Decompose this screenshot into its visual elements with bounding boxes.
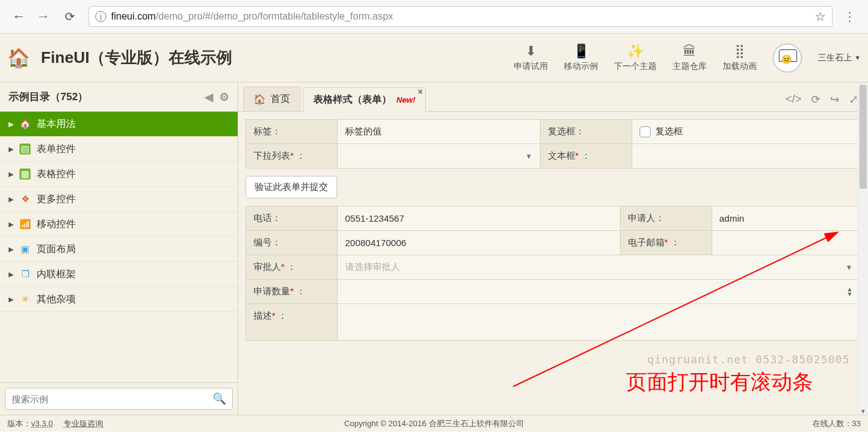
refresh-icon[interactable]: ⟳ (811, 93, 820, 106)
caret-right-icon: ▶ (9, 170, 13, 178)
sidebar: 示例目录（752） ◀ ⚙ ▶🏠基本用法▶▤表单控件▶▦表格控件▶❖更多控件▶📶… (0, 82, 238, 415)
sidebar-item-icon: ❐ (20, 269, 31, 280)
spinner-icon: ⣿ (735, 44, 745, 59)
chevron-down-icon: ▼ (845, 263, 853, 272)
bank-icon: 🏛 (683, 44, 696, 59)
chevron-down-icon: ▼ (525, 152, 533, 161)
caret-right-icon: ▶ (9, 296, 13, 303)
sidebar-item-icon: 🏠 (20, 118, 31, 129)
sidebar-item-2[interactable]: ▶▦表格控件 (0, 162, 238, 187)
checkbox-icon[interactable] (640, 126, 651, 137)
label-dropdown: 下拉列表* ： (246, 144, 338, 169)
spinner-icon[interactable]: ▲▼ (847, 287, 853, 297)
sidebar-item-label: 基本用法 (37, 118, 76, 131)
caret-right-icon: ▶ (9, 245, 13, 253)
footer-bar: 版本：v3.3.0 专业版咨询 Copyright © 2014-2016 合肥… (0, 415, 868, 432)
caret-right-icon: ▶ (9, 120, 13, 128)
submit-button[interactable]: 验证此表单并提交 (246, 176, 337, 198)
value-applicant: admin (712, 206, 860, 231)
sidebar-item-label: 表格控件 (37, 168, 76, 181)
home-small-icon: 🏠 (253, 93, 266, 105)
sidebar-item-4[interactable]: ▶📶移动控件 (0, 212, 238, 237)
sidebar-item-label: 移动控件 (37, 218, 76, 231)
wand-icon: ✨ (627, 44, 644, 59)
tool-mobile-demo[interactable]: 📱移动示例 (564, 44, 598, 72)
consult-link[interactable]: 专业版咨询 (64, 419, 103, 428)
sidebar-item-icon: ▦ (20, 169, 31, 180)
search-icon[interactable]: 🔍 (213, 392, 226, 405)
label-applicant: 申请人： (620, 206, 712, 231)
tabs-bar: 🏠 首页 表格样式（表单） New! × </> ⟳ ↪ ⤢ (238, 82, 868, 112)
caret-right-icon: ▶ (9, 145, 13, 153)
sidebar-header: 示例目录（752） ◀ ⚙ (0, 82, 238, 112)
sidebar-item-6[interactable]: ▶❐内联框架 (0, 262, 238, 287)
reload-button[interactable]: ⟳ (56, 9, 84, 24)
label-approver: 审批人* ： (246, 255, 338, 280)
gear-icon[interactable]: ⚙ (219, 90, 229, 104)
forward-button[interactable]: → (37, 9, 50, 24)
sidebar-item-7[interactable]: ▶✳其他杂项 (0, 287, 238, 312)
mobile-icon: 📱 (573, 44, 589, 59)
back-button[interactable]: ← (12, 9, 26, 24)
site-info-icon[interactable]: i (95, 11, 106, 22)
email-field[interactable] (712, 231, 860, 255)
sidebar-item-3[interactable]: ▶❖更多控件 (0, 187, 238, 212)
sidebar-item-icon: ▤ (20, 144, 31, 154)
chevron-down-icon: ▼ (855, 54, 861, 61)
tab-home[interactable]: 🏠 首页 (243, 87, 301, 111)
label-tag: 标签： (246, 120, 338, 144)
textbox-field[interactable] (632, 144, 860, 169)
caret-right-icon: ▶ (9, 271, 13, 278)
sidebar-search[interactable]: 🔍 (5, 388, 233, 410)
watermark-text: qingruanit.net 0532-85025005 (647, 353, 850, 366)
dropdown-field[interactable]: ▼ (338, 144, 541, 169)
sidebar-item-icon: ❖ (20, 194, 31, 205)
sidebar-item-label: 其他杂项 (37, 293, 76, 306)
tool-theme-store[interactable]: 🏛主题仓库 (673, 44, 707, 72)
desc-field[interactable] (338, 304, 861, 341)
content-panel: 标签： 标签的值 复选框： 复选框 下拉列表* ： ▼ 文本框* ： 验证此表单… (238, 112, 868, 415)
collapse-icon[interactable]: ◀ (205, 90, 213, 104)
home-icon[interactable]: 🏠 (7, 47, 30, 68)
caret-right-icon: ▶ (9, 220, 13, 228)
tool-loading-anim[interactable]: ⣿加载动画 (723, 44, 757, 72)
sidebar-item-icon: 📶 (20, 219, 31, 230)
app-title: FineUI（专业版）在线示例 (41, 47, 232, 68)
browser-menu-icon[interactable]: ⋮ (837, 9, 862, 24)
url-host: fineui.com (111, 11, 156, 22)
vertical-scrollbar[interactable]: ▲ ▼ (858, 82, 868, 415)
sidebar-list: ▶🏠基本用法▶▤表单控件▶▦表格控件▶❖更多控件▶📶移动控件▶▣页面布局▶❐内联… (0, 112, 238, 382)
sidebar-title: 示例目录（752） (9, 90, 88, 104)
close-tab-icon[interactable]: × (418, 87, 423, 96)
sidebar-item-0[interactable]: ▶🏠基本用法 (0, 112, 238, 137)
address-bar[interactable]: i fineui.com/demo_pro/#/demo_pro/formtab… (89, 6, 833, 27)
search-input[interactable] (12, 394, 213, 404)
qty-field[interactable]: ▲▼ (338, 280, 861, 304)
sidebar-item-label: 页面布局 (37, 243, 76, 256)
label-phone: 电话： (246, 206, 338, 231)
annotation-text: 页面打开时有滚动条 (626, 368, 813, 396)
url-path: /demo_pro/#/demo_pro/formtable/tablestyl… (156, 11, 393, 22)
scrollbar-thumb[interactable] (859, 85, 867, 189)
sidebar-item-label: 更多控件 (37, 193, 76, 206)
avatar[interactable] (773, 43, 802, 73)
version-link[interactable]: v3.3.0 (31, 419, 53, 428)
user-menu[interactable]: 三生石上▼ (818, 53, 861, 64)
sidebar-item-5[interactable]: ▶▣页面布局 (0, 237, 238, 262)
source-icon[interactable]: </> (786, 93, 801, 106)
new-badge: New! (396, 95, 415, 104)
app-header: 🏠 FineUI（专业版）在线示例 ⬇申请试用 📱移动示例 ✨下一个主题 🏛主题… (0, 34, 868, 82)
tool-next-theme[interactable]: ✨下一个主题 (614, 44, 657, 72)
sidebar-item-1[interactable]: ▶▤表单控件 (0, 137, 238, 162)
sidebar-item-label: 内联框架 (37, 268, 76, 281)
approver-dropdown[interactable]: 请选择审批人▼ (338, 255, 861, 280)
tab-current[interactable]: 表格样式（表单） New! × (303, 87, 426, 112)
bookmark-icon[interactable]: ☆ (815, 9, 826, 24)
tool-apply-trial[interactable]: ⬇申请试用 (514, 44, 548, 72)
share-icon[interactable]: ↪ (830, 93, 839, 106)
sidebar-item-label: 表单控件 (37, 143, 76, 156)
checkbox-cell[interactable]: 复选框 (632, 120, 860, 144)
main-area: 🏠 首页 表格样式（表单） New! × </> ⟳ ↪ ⤢ 标签： 标签的值 (238, 82, 868, 415)
value-tag: 标签的值 (338, 120, 541, 144)
expand-icon[interactable]: ⤢ (849, 93, 858, 106)
